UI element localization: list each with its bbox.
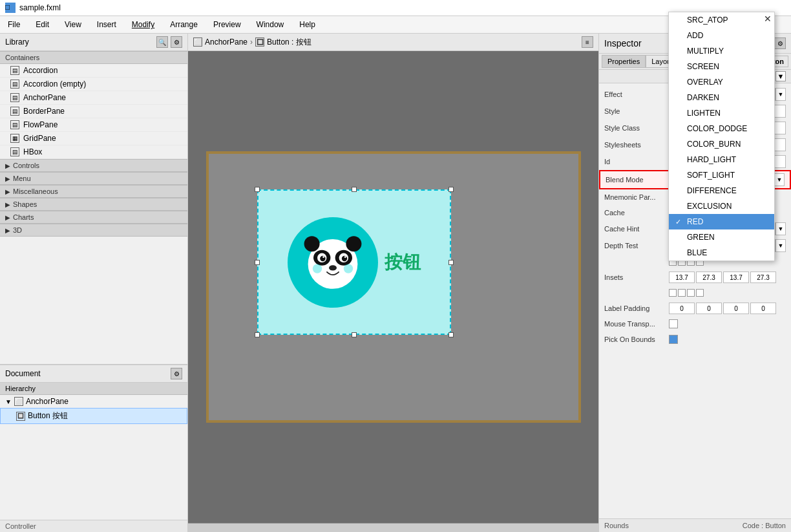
breadcrumb-button[interactable]: 🔲 Button : 按钮 bbox=[255, 37, 311, 48]
inset-bottom[interactable] bbox=[723, 271, 749, 283]
dropdown-item-darken[interactable]: DARKEN bbox=[669, 90, 774, 105]
menu-modify[interactable]: Modify bbox=[124, 17, 162, 32]
section-menu[interactable]: ▶ Menu bbox=[0, 172, 187, 185]
selected-element-container[interactable]: 按钮 bbox=[257, 189, 451, 335]
inspector-title: Inspector bbox=[604, 38, 642, 48]
dropdown-label-hard-light: HARD_LIGHT bbox=[687, 155, 736, 164]
dropdown-item-color-dodge[interactable]: COLOR_DODGE bbox=[669, 121, 774, 136]
lib-item-borderpane[interactable]: ▤ BorderPane bbox=[0, 105, 187, 118]
stylesheets-label: Stylesheets bbox=[604, 141, 669, 149]
lib-item-gridpane[interactable]: ▦ GridPane bbox=[0, 132, 187, 145]
inset-top[interactable] bbox=[669, 271, 695, 283]
dropdown-item-blue[interactable]: BLUE bbox=[669, 245, 774, 261]
handle-mr[interactable] bbox=[448, 260, 454, 265]
lp-left[interactable] bbox=[750, 303, 776, 314]
blend-mode-dropdown[interactable]: SRC_ATOP ADD MULTIPLY SCREEN OVERLAY DAR… bbox=[668, 12, 775, 261]
handle-bc[interactable] bbox=[352, 332, 357, 337]
section-charts[interactable]: ▶ Charts bbox=[0, 211, 187, 224]
inset-left[interactable] bbox=[750, 271, 776, 283]
breadcrumb-anchorpane[interactable]: ⬜ AnchorPane bbox=[193, 37, 248, 47]
dropdown-item-hard-light[interactable]: HARD_LIGHT bbox=[669, 152, 774, 167]
handle-br[interactable] bbox=[448, 332, 454, 337]
menu-edit[interactable]: Edit bbox=[28, 17, 57, 32]
menu-preview[interactable]: Preview bbox=[206, 17, 249, 32]
lp-check-2[interactable] bbox=[678, 289, 686, 297]
tree-collapse-icon[interactable]: ▼ bbox=[5, 398, 12, 405]
pick-on-bounds-checkbox[interactable] bbox=[669, 335, 678, 344]
library-scroll[interactable]: ▤ Accordion ▤ Accordion (empty) ▤ Anchor… bbox=[0, 64, 187, 364]
style-class-label: Style Class bbox=[604, 124, 669, 132]
lp-bottom[interactable] bbox=[723, 303, 749, 314]
dropdown-item-difference[interactable]: DIFFERENCE bbox=[669, 183, 774, 198]
dropdown-item-red[interactable]: ✓ RED bbox=[669, 214, 774, 229]
handle-bl[interactable] bbox=[255, 332, 260, 337]
handle-tl[interactable] bbox=[255, 187, 260, 192]
inspector-tab-properties[interactable]: Properties bbox=[602, 55, 646, 68]
lib-item-accordion-empty[interactable]: ▤ Accordion (empty) bbox=[0, 78, 187, 91]
dropdown-item-soft-light[interactable]: SOFT_LIGHT bbox=[669, 167, 774, 183]
menu-arrow-icon: ▶ bbox=[5, 175, 10, 182]
mouse-transp-checkbox[interactable] bbox=[669, 319, 678, 328]
handle-ml[interactable] bbox=[255, 260, 260, 265]
section-3d[interactable]: ▶ 3D bbox=[0, 224, 187, 237]
gridpane-icon: ▦ bbox=[10, 134, 19, 143]
controls-arrow-icon: ▶ bbox=[5, 162, 10, 169]
blend-mode-arrow-btn[interactable]: ▼ bbox=[774, 173, 785, 186]
section-containers: Containers bbox=[0, 51, 187, 64]
menu-arrange[interactable]: Arrange bbox=[162, 17, 206, 32]
canvas-menu-icon[interactable]: ≡ bbox=[582, 36, 593, 48]
lp-check-1[interactable] bbox=[669, 289, 677, 297]
lib-item-hbox[interactable]: ▤ HBox bbox=[0, 145, 187, 159]
section-misc[interactable]: ▶ Miscellaneous bbox=[0, 185, 187, 198]
dropdown-item-add[interactable]: ADD bbox=[669, 28, 774, 43]
library-settings-icon[interactable]: ⚙ bbox=[171, 36, 182, 48]
hierarchy-scroll[interactable]: ▼ ⬜ AnchorPane 🔲 Button 按钮 bbox=[0, 395, 187, 520]
menu-view[interactable]: View bbox=[57, 17, 89, 32]
canvas-frame: 按钮 bbox=[206, 151, 581, 423]
lp-check-4[interactable] bbox=[696, 289, 704, 297]
dropdown-item-overlay[interactable]: OVERLAY bbox=[669, 74, 774, 90]
lib-item-anchorpane[interactable]: ▤ AnchorPane bbox=[0, 91, 187, 105]
document-title: Document bbox=[5, 369, 41, 378]
dropdown-label-green: GREEN bbox=[687, 233, 715, 242]
dropdown-item-green[interactable]: GREEN bbox=[669, 229, 774, 245]
library-search-icon[interactable]: 🔍 bbox=[156, 36, 168, 48]
dropdown-item-src-atop[interactable]: SRC_ATOP bbox=[669, 12, 774, 28]
svg-point-8 bbox=[344, 256, 346, 258]
inspector-settings-icon[interactable]: ⚙ bbox=[774, 37, 786, 49]
section-controls[interactable]: ▶ Controls bbox=[0, 159, 187, 172]
lp-check-3[interactable] bbox=[687, 289, 695, 297]
handle-tr[interactable] bbox=[448, 187, 454, 192]
canvas-scrollbar[interactable] bbox=[188, 523, 598, 532]
dropdown-item-color-burn[interactable]: COLOR_BURN bbox=[669, 136, 774, 152]
handle-tc[interactable] bbox=[352, 187, 357, 192]
hierarchy-label: Hierarchy bbox=[0, 383, 187, 395]
effect-dropdown-arrow[interactable]: ▼ bbox=[775, 88, 786, 101]
menu-window[interactable]: Window bbox=[249, 17, 292, 32]
document-header: Document ⚙ bbox=[0, 365, 187, 383]
css-dropdown-icon[interactable]: ▼ bbox=[775, 71, 786, 81]
label-padding-inputs bbox=[669, 303, 776, 314]
dropdown-item-lighten[interactable]: LIGHTEN bbox=[669, 105, 774, 121]
menu-insert[interactable]: Insert bbox=[89, 17, 124, 32]
dropdown-item-screen[interactable]: SCREEN bbox=[669, 59, 774, 74]
canvas-content[interactable]: 按钮 bbox=[188, 51, 598, 523]
button-widget[interactable]: 按钮 bbox=[257, 189, 451, 335]
depth-test-arrow[interactable]: ▼ bbox=[775, 239, 786, 252]
section-shapes[interactable]: ▶ Shapes bbox=[0, 198, 187, 211]
inset-right[interactable] bbox=[696, 271, 722, 283]
dropdown-item-exclusion[interactable]: EXCLUSION bbox=[669, 198, 774, 214]
tree-item-anchorpane[interactable]: ▼ ⬜ AnchorPane bbox=[0, 395, 187, 408]
dropdown-item-multiply[interactable]: MULTIPLY bbox=[669, 43, 774, 59]
lp-right[interactable] bbox=[696, 303, 722, 314]
menu-help[interactable]: Help bbox=[291, 17, 323, 32]
dropdown-label-difference: DIFFERENCE bbox=[687, 186, 737, 195]
document-settings-icon[interactable]: ⚙ bbox=[171, 368, 182, 379]
menu-file[interactable]: File bbox=[0, 17, 28, 32]
dropdown-close-icon[interactable]: ✕ bbox=[764, 14, 772, 24]
lp-top[interactable] bbox=[669, 303, 695, 314]
lib-item-flowpane[interactable]: ▤ FlowPane bbox=[0, 118, 187, 132]
tree-item-button[interactable]: 🔲 Button 按钮 bbox=[0, 408, 187, 424]
cache-hint-arrow[interactable]: ▼ bbox=[775, 222, 786, 235]
lib-item-accordion[interactable]: ▤ Accordion bbox=[0, 64, 187, 78]
